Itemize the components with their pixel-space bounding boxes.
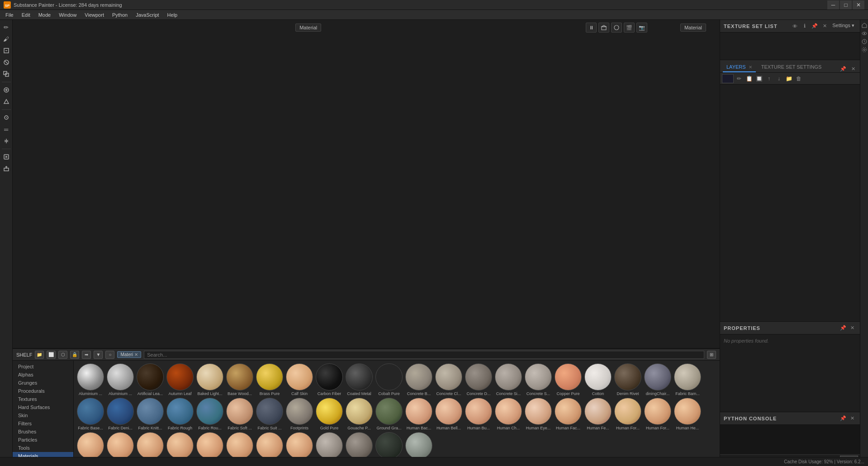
minimize-button[interactable]: ─ [827, 0, 839, 9]
menu-item-javascript[interactable]: JavaScript [132, 11, 162, 19]
material-item-brass-pure[interactable]: Brass Pure [256, 363, 284, 396]
menu-item-edit[interactable]: Edit [18, 11, 34, 19]
material-item-fabric-deni[interactable]: Fabric Deni... [106, 398, 134, 430]
texture-set-pin-btn[interactable]: 📌 [811, 23, 819, 30]
layer-color-swatch[interactable] [722, 74, 734, 83]
shelf-category-brushes[interactable]: Brushes [13, 428, 73, 436]
right-icon-eye[interactable] [861, 30, 868, 37]
texture-set-info-btn[interactable]: ℹ [801, 23, 809, 30]
menu-item-file[interactable]: File [2, 11, 17, 19]
right-icon-settings[interactable] [861, 46, 868, 53]
material-item-gouache[interactable]: Gouache P... [345, 398, 373, 430]
material-item-fabric-suit[interactable]: Fabric Suit ... [256, 398, 284, 430]
material-item-fabric-base[interactable]: Fabric Base... [76, 398, 104, 430]
layers-close-btn[interactable]: ✕ [849, 65, 857, 72]
smudge-tool[interactable]: 🖌 [1, 33, 12, 44]
python-pin-btn[interactable]: 📌 [839, 415, 847, 422]
material-item-dining-chair[interactable]: diningChair... [644, 363, 672, 396]
material-item-concrete-cl[interactable]: Concrete Cl... [435, 363, 463, 396]
material-item-fabric-knit[interactable]: Fabric Knitt... [136, 398, 164, 430]
texture-set-close-btn[interactable]: ✕ [821, 23, 829, 30]
paint-tool[interactable]: ✏ [1, 22, 12, 33]
right-icon-home[interactable] [861, 22, 868, 29]
settings-dropdown[interactable]: Settings ▾ [830, 23, 856, 30]
material-item-ground-gr[interactable]: Ground Gra... [375, 398, 403, 430]
shelf-category-procedurals[interactable]: Procedurals [13, 387, 73, 395]
material-item-copper-pure[interactable]: Copper Pure [554, 363, 582, 396]
shelf-lock-btn[interactable]: 🔒 [70, 351, 79, 359]
material-item-fabric-rou2[interactable]: Fabric Rou... [196, 398, 224, 430]
tab-texture-set-settings[interactable]: TEXTURE SET SETTINGS [758, 62, 825, 72]
shelf-category-filters[interactable]: Filters [13, 419, 73, 428]
close-button[interactable]: ✕ [853, 0, 864, 9]
right-icon-clock[interactable] [861, 38, 868, 45]
delete-layer[interactable]: 🗑 [794, 75, 803, 83]
shelf-filter-btn[interactable]: ▼ [94, 351, 103, 359]
material-item-human-face[interactable]: Human Fac... [554, 398, 582, 430]
material-item-aluminium1[interactable]: Aluminium ... [76, 363, 104, 396]
eraser-tool[interactable] [1, 57, 12, 68]
3d-view-button[interactable] [598, 23, 609, 33]
python-close-btn[interactable]: ✕ [848, 415, 856, 422]
properties-pin-btn[interactable]: 📌 [839, 325, 847, 332]
shelf-folder-btn[interactable]: 📁 [35, 351, 44, 359]
picker-tool[interactable] [1, 112, 12, 123]
shelf-arrow-btn[interactable]: ➡ [82, 351, 91, 359]
material-item-artificial-leaf[interactable]: Artificial Lea... [136, 363, 164, 396]
material-item-baked-light[interactable]: Baked Light... [196, 363, 224, 396]
restore-button[interactable]: □ [840, 0, 852, 9]
material-item-human-eye[interactable]: Human Eye... [524, 398, 552, 430]
material-item-human-bell[interactable]: Human Bell... [435, 398, 463, 430]
material-item-cotton[interactable]: Cotton [584, 363, 612, 396]
layer-folder[interactable]: 📁 [784, 75, 793, 83]
shelf-circle-btn[interactable]: ○ [105, 351, 114, 359]
shelf-category-tools[interactable]: Tools [13, 444, 73, 452]
layers-pin-btn[interactable]: 📌 [839, 65, 847, 72]
export-tool[interactable] [1, 163, 12, 174]
material-item-fabric-soft[interactable]: Fabric Soft ... [226, 398, 254, 430]
shelf-category-project[interactable]: Project [13, 362, 73, 371]
material-item-footprints[interactable]: Footprints [285, 398, 313, 430]
shelf-category-particles[interactable]: Particles [13, 436, 73, 444]
material-button[interactable] [611, 23, 622, 33]
menu-item-python[interactable]: Python [109, 11, 131, 19]
bake-tool[interactable] [1, 151, 12, 162]
properties-close-btn[interactable]: ✕ [848, 325, 856, 332]
fill-tool[interactable] [1, 45, 12, 56]
shelf-grid-view-btn[interactable]: ⊞ [707, 351, 716, 359]
material-item-gold-pure[interactable]: Gold Pure [315, 398, 343, 430]
shelf-search-input[interactable] [144, 351, 704, 359]
add-layer[interactable] [1, 85, 12, 95]
material-item-concrete-b[interactable]: Concrete B... [405, 363, 433, 396]
pause-button[interactable]: ⏸ [586, 23, 597, 33]
shelf-grid-area[interactable]: Aluminium ...Aluminium ...Artificial Lea… [74, 361, 720, 466]
menu-item-viewport[interactable]: Viewport [81, 11, 108, 19]
material-item-fabric-rough[interactable]: Fabric Rough [166, 398, 194, 430]
material-item-human-he[interactable]: Human He... [674, 398, 702, 430]
material-item-base-wood[interactable]: Base Wood... [226, 363, 254, 396]
filter-tag-close[interactable]: ✕ [134, 352, 138, 357]
material-item-human-bac[interactable]: Human Bac... [405, 398, 433, 430]
material-item-concrete-si[interactable]: Concrete Si... [494, 363, 522, 396]
menu-item-mode[interactable]: Mode [35, 11, 55, 19]
layer-down[interactable]: ↓ [774, 75, 783, 83]
material-item-human-ch[interactable]: Human Ch... [494, 398, 522, 430]
texture-set-eye-btn[interactable]: 👁 [791, 23, 799, 30]
measure-tool[interactable]: ═ [1, 124, 12, 135]
shelf-grid-btn[interactable]: ⬡ [58, 351, 67, 359]
clone-tool[interactable] [1, 69, 12, 80]
shelf-category-grunges[interactable]: Grunges [13, 379, 73, 387]
material-item-concrete-s[interactable]: Concrete S... [524, 363, 552, 396]
material-item-denim-rivet[interactable]: Denim Rivet [614, 363, 642, 396]
material-item-human-bu[interactable]: Human Bu... [465, 398, 493, 430]
material-item-fabric-bam[interactable]: Fabric Bam... [674, 363, 702, 396]
material-item-human-for[interactable]: Human For... [614, 398, 642, 430]
material-item-coated-metal[interactable]: Coated Metal [345, 363, 373, 396]
material-item-carbon-fiber[interactable]: Carbon Fiber [315, 363, 343, 396]
shelf-add-btn[interactable]: ⬜ [47, 351, 56, 359]
tab-layers[interactable]: LAYERS ✕ [723, 62, 756, 72]
screenshot-button[interactable]: 📷 [636, 23, 647, 33]
shelf-category-textures[interactable]: Textures [13, 395, 73, 403]
material-item-human-for2[interactable]: Human For... [644, 398, 672, 430]
material-item-human-fe[interactable]: Human Fe... [584, 398, 612, 430]
